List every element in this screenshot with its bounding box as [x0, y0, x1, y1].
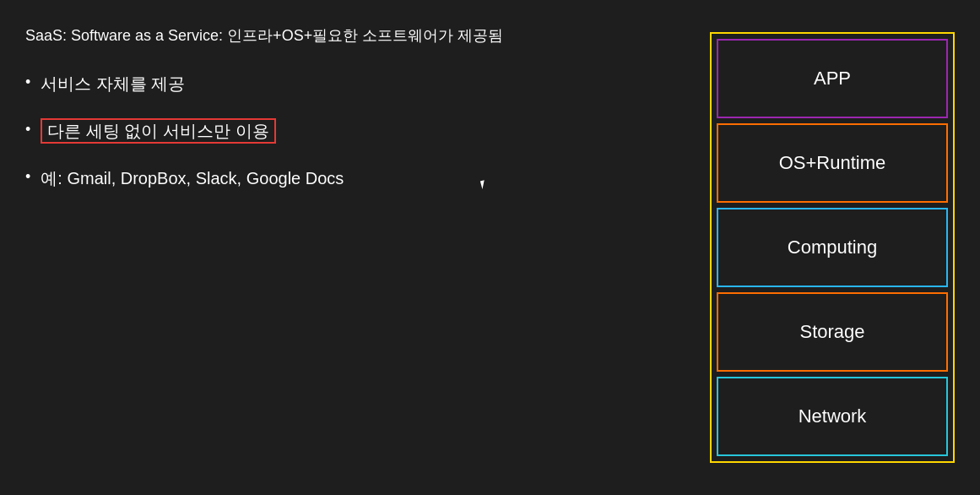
stack-label-computing: Computing [788, 237, 877, 258]
stack-box-os-runtime: OS+Runtime [717, 123, 948, 203]
bullet-dot-3: • [25, 166, 30, 188]
header-title: SaaS: Software as a Service: 인프라+OS+필요한 … [25, 25, 693, 46]
list-item: • 다른 세팅 없이 서비스만 이용 [25, 119, 693, 143]
stack-box-computing: Computing [717, 208, 948, 287]
bullet-list: • 서비스 자체를 제공 • 다른 세팅 없이 서비스만 이용 • 예: Gma… [25, 72, 693, 190]
stack-label-app: APP [814, 68, 851, 90]
highlighted-text: 다른 세팅 없이 서비스만 이용 [41, 118, 275, 144]
bullet-dot-1: • [25, 72, 30, 93]
bullet-text-1: 서비스 자체를 제공 [41, 72, 185, 95]
stack-box-network: Network [717, 377, 948, 456]
stack-diagram: APP OS+Runtime Computing Storage Network [710, 32, 955, 463]
stack-box-storage: Storage [717, 292, 948, 372]
bullet-text-2: 다른 세팅 없이 서비스만 이용 [41, 119, 275, 143]
bullet-dot-2: • [25, 119, 30, 140]
slide-container: SaaS: Software as a Service: 인프라+OS+필요한 … [0, 0, 980, 495]
list-item: • 서비스 자체를 제공 [25, 72, 693, 95]
stack-box-app: APP [717, 39, 948, 118]
stack-label-storage: Storage [799, 321, 864, 343]
stack-label-os-runtime: OS+Runtime [779, 152, 886, 174]
bullet-text-3: 예: Gmail, DropBox, Slack, Google Docs [41, 166, 344, 190]
left-content: SaaS: Software as a Service: 인프라+OS+필요한 … [25, 17, 693, 478]
stack-label-network: Network [799, 405, 867, 427]
list-item: • 예: Gmail, DropBox, Slack, Google Docs [25, 166, 693, 190]
